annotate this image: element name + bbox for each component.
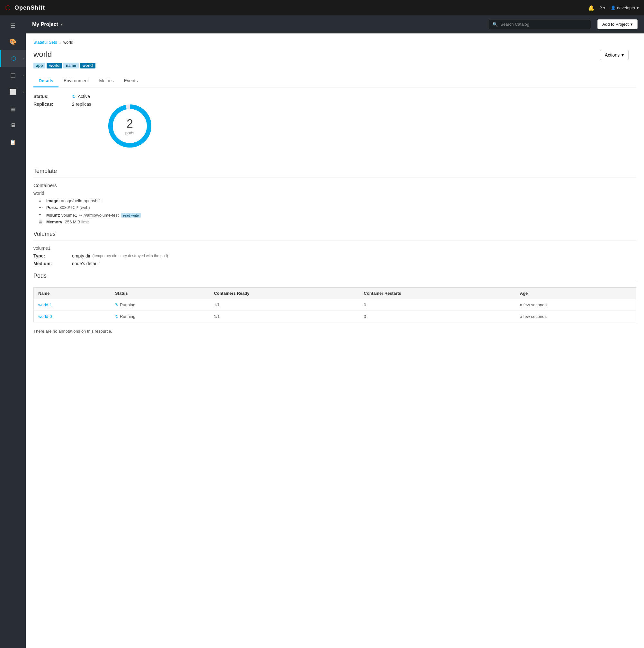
table-row: world-1 ↻Running 1/1 0 a few seconds	[34, 299, 636, 311]
sidebar-toggle[interactable]: ☰	[0, 18, 26, 34]
search-catalog-input[interactable]	[501, 22, 587, 27]
sidebar-item-workloads[interactable]: ⬡ ›	[0, 50, 26, 67]
mount-value: volume1 → /var/lib/volume-test	[61, 213, 120, 218]
pod-age: a few seconds	[516, 311, 636, 322]
image-detail-text: Image: aosqe/hello-openshift	[46, 198, 101, 203]
mount-detail: ≡ Mount: volume1 → /var/lib/volume-test …	[34, 213, 636, 218]
search-icon: 🔍	[492, 22, 498, 27]
volume-type-label: Type:	[34, 253, 72, 258]
mount-label: Mount:	[46, 213, 60, 218]
tab-metrics[interactable]: Metrics	[94, 75, 119, 88]
details-left: Status: ↻ Active Replicas: 2 replicas	[34, 94, 91, 109]
ports-value: 8080/TCP (web)	[59, 205, 90, 210]
mount-detail-text: Mount: volume1 → /var/lib/volume-test re…	[46, 213, 141, 218]
memory-value: 256 MiB limit	[65, 220, 89, 224]
container-name: world	[34, 191, 636, 196]
ports-icon: 〜	[39, 205, 44, 211]
storage-icon: ◫	[10, 72, 16, 79]
top-bar-right: 🔔 ? ▾ 👤 developer ▾	[588, 5, 639, 11]
ports-detail-text: Ports: 8080/TCP (web)	[46, 205, 90, 210]
memory-label: Memory:	[46, 220, 64, 224]
pod-name-link[interactable]: world-0	[38, 314, 52, 319]
expand-arrow-3: ›	[23, 90, 24, 94]
running-icon: ↻	[115, 303, 119, 307]
sidebar-item-infra[interactable]: ▤	[0, 100, 26, 117]
volume-type-value: empty dir (temporary directory destroyed…	[72, 253, 168, 258]
workloads-icon: ⬡	[11, 55, 16, 62]
content-wrapper: My Project ▾ 🔍 Add to Project ▾ Stateful…	[26, 15, 644, 648]
volume-medium-row: Medium: node's default	[34, 261, 636, 266]
pod-name: world-1	[34, 299, 111, 311]
tags-container: app world name world	[34, 63, 636, 68]
notification-icon[interactable]: 🔔	[588, 5, 594, 11]
sidebar-item-builds[interactable]: ⬜ ›	[0, 84, 26, 100]
builds-icon: ⬜	[9, 89, 16, 96]
breadcrumb: Stateful Sets » world	[34, 40, 636, 45]
tag-app-value: world	[47, 63, 62, 68]
pods-divider	[34, 282, 636, 282]
project-chevron[interactable]: ▾	[61, 22, 63, 27]
actions-label: Actions	[605, 52, 620, 58]
pod-name-link[interactable]: world-1	[38, 303, 52, 307]
volumes-divider	[34, 240, 636, 240]
help-menu[interactable]: ? ▾	[600, 5, 605, 10]
containers-subtitle: Containers	[34, 182, 636, 188]
status-row: Status: ↻ Active	[34, 94, 91, 99]
actions-chevron: ▾	[622, 52, 624, 58]
volume-type-note: (temporary directory destroyed with the …	[93, 254, 168, 258]
pod-ready: 1/1	[210, 299, 359, 311]
volume-name: volume1	[34, 246, 636, 251]
image-detail: ≡ Image: aosqe/hello-openshift	[34, 198, 636, 203]
expand-arrow: ›	[23, 57, 24, 60]
col-age: Age	[516, 288, 636, 299]
app-body: ☰ 🎨 ⬡ › ◫ › ⬜ › ▤ 🖥 📋 My Project ▾ 🔍	[0, 15, 644, 648]
tab-environment[interactable]: Environment	[58, 75, 94, 88]
image-value: aosqe/hello-openshift	[61, 198, 101, 203]
status-value: ↻ Active	[72, 94, 90, 99]
image-icon: ≡	[39, 198, 44, 203]
app-logo-text: OpenShift	[14, 4, 45, 11]
sidebar-item-catalog[interactable]: 📋	[0, 134, 26, 150]
sidebar-item-storage[interactable]: ◫ ›	[0, 67, 26, 84]
ports-label: Ports:	[46, 205, 58, 210]
mount-badge: read-write	[121, 213, 141, 218]
pods-table: Name Status Containers Ready Container R…	[34, 287, 636, 322]
col-restarts: Container Restarts	[359, 288, 516, 299]
pod-status: ↻Running	[111, 299, 210, 311]
top-bar: ⬡ OpenShift 🔔 ? ▾ 👤 developer ▾	[0, 0, 644, 15]
user-menu[interactable]: 👤 developer ▾	[610, 5, 639, 10]
volume-type-text: empty dir	[72, 253, 91, 258]
add-to-project-button[interactable]: Add to Project ▾	[597, 19, 638, 29]
top-bar-left: ⬡ OpenShift	[5, 4, 45, 11]
pod-status: ↻Running	[111, 311, 210, 322]
tabs: Details Environment Metrics Events	[34, 75, 636, 88]
breadcrumb-current: world	[63, 40, 73, 45]
memory-detail: ▤ Memory: 256 MiB limit	[34, 220, 636, 224]
template-divider	[34, 177, 636, 177]
pod-name: world-0	[34, 311, 111, 322]
status-active-icon: ↻	[72, 94, 76, 99]
sidebar-item-monitor[interactable]: 🖥	[0, 117, 26, 134]
volumes-section-title: Volumes	[34, 231, 636, 237]
search-catalog-container[interactable]: 🔍	[488, 19, 591, 29]
breadcrumb-parent[interactable]: Stateful Sets	[34, 40, 57, 45]
help-icon: ?	[600, 5, 602, 10]
pod-ready: 1/1	[210, 311, 359, 322]
donut-number: 2	[125, 117, 134, 130]
pods-section-title: Pods	[34, 273, 636, 279]
details-section: Status: ↻ Active Replicas: 2 replicas	[34, 94, 636, 161]
pod-restarts: 0	[359, 311, 516, 322]
tab-details[interactable]: Details	[34, 75, 58, 88]
user-icon: 👤	[610, 5, 616, 10]
actions-button[interactable]: Actions ▾	[600, 50, 629, 60]
donut-label: pods	[125, 130, 134, 135]
breadcrumb-separator: »	[59, 40, 61, 45]
running-icon: ↻	[115, 314, 119, 319]
memory-detail-text: Memory: 256 MiB limit	[46, 220, 89, 224]
sidebar-item-palette[interactable]: 🎨	[0, 34, 26, 50]
help-chevron: ▾	[603, 5, 605, 10]
tab-events[interactable]: Events	[119, 75, 143, 88]
app-logo: ⬡	[5, 4, 11, 11]
annotations-note: There are no annotations on this resourc…	[34, 329, 636, 334]
col-name: Name	[34, 288, 111, 299]
